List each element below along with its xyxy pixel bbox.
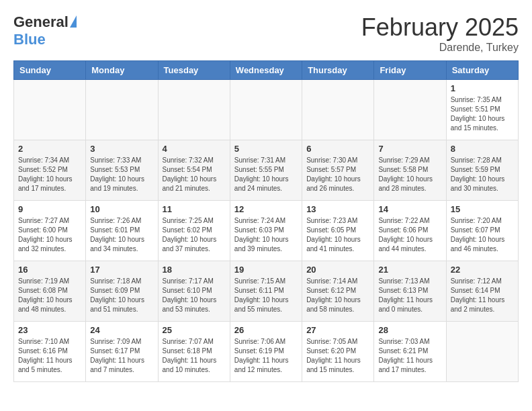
day-info: Sunrise: 7:28 AM Sunset: 5:59 PM Dayligh… — [451, 156, 514, 193]
day-info: Sunrise: 7:09 AM Sunset: 6:17 PM Dayligh… — [90, 337, 153, 375]
day-info: Sunrise: 7:24 AM Sunset: 6:03 PM Dayligh… — [234, 216, 298, 254]
day-number: 17 — [90, 265, 153, 275]
calendar-cell: 12Sunrise: 7:24 AM Sunset: 6:03 PM Dayli… — [230, 201, 302, 261]
day-number: 5 — [234, 144, 298, 154]
calendar-cell: 16Sunrise: 7:19 AM Sunset: 6:08 PM Dayli… — [14, 261, 86, 322]
logo-general-text: General — [13, 13, 69, 31]
calendar-cell: 15Sunrise: 7:20 AM Sunset: 6:07 PM Dayli… — [446, 201, 518, 261]
weekday-header-tuesday: Tuesday — [158, 61, 230, 80]
calendar-cell: 5Sunrise: 7:31 AM Sunset: 5:55 PM Daylig… — [230, 140, 302, 201]
weekday-header-thursday: Thursday — [302, 61, 374, 80]
logo: General Blue — [13, 13, 77, 48]
day-info: Sunrise: 7:12 AM Sunset: 6:14 PM Dayligh… — [451, 277, 514, 314]
day-number: 25 — [163, 325, 226, 335]
calendar-cell: 27Sunrise: 7:05 AM Sunset: 6:20 PM Dayli… — [302, 322, 374, 382]
calendar-cell: 20Sunrise: 7:14 AM Sunset: 6:12 PM Dayli… — [302, 261, 374, 322]
day-info: Sunrise: 7:30 AM Sunset: 5:57 PM Dayligh… — [306, 156, 369, 193]
calendar-cell: 3Sunrise: 7:33 AM Sunset: 5:53 PM Daylig… — [86, 140, 158, 201]
logo-triangle-icon — [70, 15, 77, 28]
weekday-header-friday: Friday — [374, 61, 446, 80]
calendar-cell — [374, 80, 446, 140]
calendar-cell — [86, 80, 158, 140]
title-block: February 2025 Darende, Turkey — [361, 13, 519, 54]
day-info: Sunrise: 7:29 AM Sunset: 5:58 PM Dayligh… — [378, 156, 441, 193]
calendar-cell: 17Sunrise: 7:18 AM Sunset: 6:09 PM Dayli… — [86, 261, 158, 322]
day-number: 15 — [451, 204, 514, 214]
day-number: 21 — [378, 265, 441, 275]
day-number: 2 — [18, 144, 81, 154]
day-info: Sunrise: 7:25 AM Sunset: 6:02 PM Dayligh… — [163, 216, 226, 254]
day-info: Sunrise: 7:13 AM Sunset: 6:13 PM Dayligh… — [378, 277, 441, 314]
calendar-cell: 28Sunrise: 7:03 AM Sunset: 6:21 PM Dayli… — [374, 322, 446, 382]
day-info: Sunrise: 7:31 AM Sunset: 5:55 PM Dayligh… — [234, 156, 298, 193]
day-info: Sunrise: 7:26 AM Sunset: 6:01 PM Dayligh… — [90, 216, 153, 254]
day-number: 12 — [234, 204, 298, 214]
day-number: 13 — [306, 204, 369, 214]
calendar-cell: 1Sunrise: 7:35 AM Sunset: 5:51 PM Daylig… — [446, 80, 518, 140]
calendar-cell — [230, 80, 302, 140]
month-title: February 2025 — [361, 13, 519, 42]
day-number: 16 — [18, 265, 81, 275]
calendar-cell: 24Sunrise: 7:09 AM Sunset: 6:17 PM Dayli… — [86, 322, 158, 382]
day-info: Sunrise: 7:20 AM Sunset: 6:07 PM Dayligh… — [451, 216, 514, 254]
calendar-cell — [158, 80, 230, 140]
day-number: 1 — [451, 83, 514, 93]
calendar-cell: 8Sunrise: 7:28 AM Sunset: 5:59 PM Daylig… — [446, 140, 518, 201]
day-info: Sunrise: 7:22 AM Sunset: 6:06 PM Dayligh… — [378, 216, 441, 254]
day-info: Sunrise: 7:27 AM Sunset: 6:00 PM Dayligh… — [18, 216, 81, 254]
day-number: 19 — [234, 265, 298, 275]
day-number: 7 — [378, 144, 441, 154]
calendar-cell: 9Sunrise: 7:27 AM Sunset: 6:00 PM Daylig… — [14, 201, 86, 261]
day-number: 24 — [90, 325, 153, 335]
location-subtitle: Darende, Turkey — [361, 42, 519, 54]
day-number: 14 — [378, 204, 441, 214]
day-info: Sunrise: 7:10 AM Sunset: 6:16 PM Dayligh… — [18, 337, 81, 375]
day-number: 28 — [378, 325, 441, 335]
day-number: 11 — [163, 204, 226, 214]
day-info: Sunrise: 7:23 AM Sunset: 6:05 PM Dayligh… — [306, 216, 369, 254]
day-number: 26 — [234, 325, 298, 335]
calendar-week-2: 2Sunrise: 7:34 AM Sunset: 5:52 PM Daylig… — [14, 140, 519, 201]
weekday-header-sunday: Sunday — [14, 61, 86, 80]
day-number: 3 — [90, 144, 153, 154]
day-info: Sunrise: 7:19 AM Sunset: 6:08 PM Dayligh… — [18, 277, 81, 314]
calendar-cell: 7Sunrise: 7:29 AM Sunset: 5:58 PM Daylig… — [374, 140, 446, 201]
day-number: 23 — [18, 325, 81, 335]
calendar-cell: 13Sunrise: 7:23 AM Sunset: 6:05 PM Dayli… — [302, 201, 374, 261]
calendar-cell: 23Sunrise: 7:10 AM Sunset: 6:16 PM Dayli… — [14, 322, 86, 382]
day-info: Sunrise: 7:05 AM Sunset: 6:20 PM Dayligh… — [306, 337, 369, 375]
calendar-cell: 14Sunrise: 7:22 AM Sunset: 6:06 PM Dayli… — [374, 201, 446, 261]
weekday-header-monday: Monday — [86, 61, 158, 80]
day-number: 4 — [163, 144, 226, 154]
day-info: Sunrise: 7:07 AM Sunset: 6:18 PM Dayligh… — [163, 337, 226, 375]
day-number: 8 — [451, 144, 514, 154]
day-number: 22 — [451, 265, 514, 275]
calendar-cell — [302, 80, 374, 140]
day-info: Sunrise: 7:14 AM Sunset: 6:12 PM Dayligh… — [306, 277, 369, 314]
calendar-cell: 19Sunrise: 7:15 AM Sunset: 6:11 PM Dayli… — [230, 261, 302, 322]
day-info: Sunrise: 7:17 AM Sunset: 6:10 PM Dayligh… — [163, 277, 226, 314]
day-number: 6 — [306, 144, 369, 154]
logo-blue-text: Blue — [13, 31, 46, 48]
calendar-cell — [446, 322, 518, 382]
calendar-cell: 18Sunrise: 7:17 AM Sunset: 6:10 PM Dayli… — [158, 261, 230, 322]
calendar-cell: 10Sunrise: 7:26 AM Sunset: 6:01 PM Dayli… — [86, 201, 158, 261]
weekday-header-saturday: Saturday — [446, 61, 518, 80]
calendar-cell: 4Sunrise: 7:32 AM Sunset: 5:54 PM Daylig… — [158, 140, 230, 201]
calendar-week-5: 23Sunrise: 7:10 AM Sunset: 6:16 PM Dayli… — [14, 322, 519, 382]
calendar-week-4: 16Sunrise: 7:19 AM Sunset: 6:08 PM Dayli… — [14, 261, 519, 322]
calendar-cell: 11Sunrise: 7:25 AM Sunset: 6:02 PM Dayli… — [158, 201, 230, 261]
calendar-cell — [14, 80, 86, 140]
day-info: Sunrise: 7:06 AM Sunset: 6:19 PM Dayligh… — [234, 337, 298, 375]
day-info: Sunrise: 7:15 AM Sunset: 6:11 PM Dayligh… — [234, 277, 298, 314]
day-number: 20 — [306, 265, 369, 275]
day-number: 10 — [90, 204, 153, 214]
day-info: Sunrise: 7:32 AM Sunset: 5:54 PM Dayligh… — [163, 156, 226, 193]
day-info: Sunrise: 7:34 AM Sunset: 5:52 PM Dayligh… — [18, 156, 81, 193]
day-number: 9 — [18, 204, 81, 214]
calendar-cell: 21Sunrise: 7:13 AM Sunset: 6:13 PM Dayli… — [374, 261, 446, 322]
weekday-header-row: SundayMondayTuesdayWednesdayThursdayFrid… — [14, 61, 519, 80]
day-info: Sunrise: 7:35 AM Sunset: 5:51 PM Dayligh… — [451, 95, 514, 133]
calendar-week-3: 9Sunrise: 7:27 AM Sunset: 6:00 PM Daylig… — [14, 201, 519, 261]
weekday-header-wednesday: Wednesday — [230, 61, 302, 80]
